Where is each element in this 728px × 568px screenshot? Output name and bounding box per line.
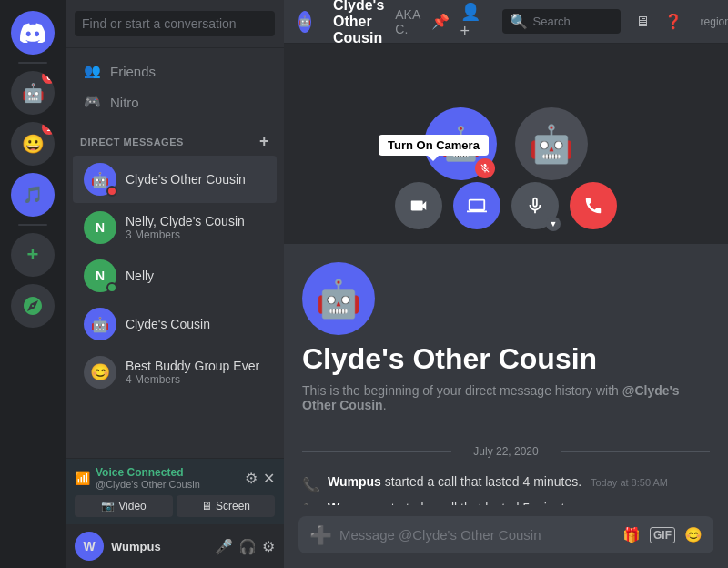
dm-item-nelly[interactable]: N Nelly	[73, 252, 277, 299]
dm-info-clyde-other: Clyde's Other Cousin	[126, 172, 246, 187]
headphones-icon[interactable]: 🎧	[238, 538, 257, 555]
friends-label: Friends	[110, 64, 156, 79]
message-text-0: Wumpus started a call that lasted 4 minu…	[328, 474, 668, 489]
participant-confused: 🤖	[515, 107, 588, 180]
dm-name-best-buddy: Best Buddy Group Ever	[126, 359, 259, 373]
main-content: 🤖 Clyde's Other Cousin AKA C. 📌 👤+ 🔍 🖥 ❓…	[284, 0, 728, 568]
dm-avatar-clyde-other: 🤖	[84, 163, 116, 196]
dm-info-nelly: Nelly	[126, 269, 154, 283]
notification-badge: 6	[42, 71, 55, 84]
status-dot-online	[106, 282, 117, 293]
message-input-area: ➕ 🎁 GIF 😊	[284, 505, 728, 568]
status-dot-dnd	[106, 186, 117, 197]
user-bar-actions: 🎤 🎧 ⚙	[215, 538, 275, 555]
friends-icon: 👥	[84, 63, 101, 79]
screen-button[interactable]: 🖥 Screen	[177, 495, 275, 517]
dm-sub-nelly-group: 3 Members	[126, 228, 245, 241]
add-attachment-button[interactable]: ➕	[309, 524, 332, 546]
dm-info-clydes-cousin: Clyde's Cousin	[126, 317, 210, 331]
dm-sub-best-buddy: 4 Members	[126, 373, 259, 386]
voice-status-text: Voice Connected	[96, 466, 200, 479]
server-divider	[18, 62, 47, 64]
dm-info-nelly-group: Nelly, Clyde's Cousin 3 Members	[126, 214, 245, 241]
gift-icon[interactable]: 🎁	[622, 526, 641, 543]
dm-name-clydes-cousin: Clyde's Cousin	[126, 317, 210, 331]
video-button[interactable]: 📷 Video	[75, 495, 173, 517]
header-channel-name: Clyde's Other Cousin	[333, 0, 384, 46]
settings-icon[interactable]: ⚙	[262, 538, 275, 555]
voice-user-text: @Clyde's Other Cousin	[96, 479, 200, 490]
voice-bar: 📶 Voice Connected @Clyde's Other Cousin …	[66, 458, 284, 524]
search-icon: 🔍	[510, 13, 528, 30]
turn-on-camera-tooltip: Turn On Camera	[379, 135, 489, 156]
add-server-button[interactable]: +	[11, 233, 55, 277]
dm-name-clyde-other: Clyde's Other Cousin	[126, 172, 246, 187]
chat-intro: 🤖 Clyde's Other Cousin This is the begin…	[302, 262, 710, 412]
dm-search-container	[66, 0, 284, 48]
voice-settings-icon[interactable]: ⚙	[245, 470, 258, 487]
nitro-icon: 🎮	[84, 94, 101, 110]
chat-intro-avatar: 🤖	[302, 262, 375, 335]
discord-icon[interactable]	[11, 11, 55, 55]
chat-message: 📞 Wumpus started a call that lasted 5 mi…	[302, 499, 710, 505]
voice-actions: 📷 Video 🖥 Screen	[75, 495, 275, 517]
microphone-icon[interactable]: 🎤	[215, 538, 233, 555]
message-input-box: ➕ 🎁 GIF 😊	[298, 516, 713, 553]
dm-nav: 👥 Friends 🎮 Nitro	[66, 48, 284, 125]
call-phone-icon: 📞	[302, 476, 320, 493]
dm-avatar-nelly-group: N	[84, 211, 116, 244]
participant-avatar-robot: 🤖 Turn On Camera	[424, 107, 497, 180]
chat-header: 🤖 Clyde's Other Cousin AKA C. 📌 👤+ 🔍 🖥 ❓…	[284, 0, 728, 44]
pin-icon: 📌	[431, 13, 450, 30]
server-app3[interactable]: 🎵	[11, 173, 55, 217]
server-app2[interactable]: 😀 1	[11, 122, 55, 166]
dm-info-best-buddy: Best Buddy Group Ever 4 Members	[126, 359, 259, 386]
dm-section-header: Direct Messages +	[66, 125, 284, 155]
call-controls: ▼	[395, 182, 617, 229]
user-bar: W Wumpus 🎤 🎧 ⚙	[66, 524, 284, 568]
chat-date-divider: July 22, 2020	[302, 445, 710, 458]
dm-avatar-best-buddy: 😊	[84, 356, 116, 389]
call-area: 🤖 Turn On Camera 🤖	[284, 44, 728, 244]
screen-share-button[interactable]	[453, 182, 500, 229]
nitro-label: Nitro	[110, 95, 139, 110]
chat-message: 📞 Wumpus started a call that lasted 4 mi…	[302, 472, 710, 495]
voice-status: 📶 Voice Connected @Clyde's Other Cousin …	[75, 466, 275, 490]
gif-icon[interactable]: GIF	[650, 527, 675, 543]
input-icons: 🎁 GIF 😊	[622, 526, 703, 543]
dm-item-best-buddy[interactable]: 😊 Best Buddy Group Ever 4 Members	[73, 349, 277, 396]
friends-nav-item[interactable]: 👥 Friends	[73, 56, 277, 86]
chat-area: 🤖 Clyde's Other Cousin This is the begin…	[284, 244, 728, 505]
monitor-icon[interactable]: 🖥	[635, 14, 650, 30]
mic-off-badge	[475, 158, 495, 178]
voice-leave-icon[interactable]: ✕	[263, 470, 275, 487]
participant-avatar-confused: 🤖	[515, 107, 588, 180]
header-icons: 🔍 🖥 ❓	[502, 9, 682, 34]
mic-chevron-icon[interactable]: ▼	[546, 217, 561, 231]
emoji-icon[interactable]: 😊	[684, 526, 703, 543]
dm-avatar-nelly: N	[84, 259, 116, 292]
discover-button[interactable]	[11, 284, 55, 328]
mute-button[interactable]: ▼	[511, 182, 559, 229]
add-dm-button[interactable]: +	[259, 132, 269, 151]
server-app1[interactable]: 🤖 6	[11, 71, 55, 115]
video-icon: 📷	[101, 500, 115, 512]
end-call-button[interactable]	[570, 182, 617, 229]
nitro-nav-item[interactable]: 🎮 Nitro	[73, 86, 277, 117]
dm-sidebar: 👥 Friends 🎮 Nitro Direct Messages + 🤖 Cl…	[66, 0, 284, 568]
dm-avatar-clydes-cousin: 🤖	[84, 308, 116, 340]
message-input[interactable]	[339, 516, 615, 553]
user-avatar: W	[75, 532, 104, 561]
user-name: Wumpus	[111, 540, 207, 553]
help-icon[interactable]: ❓	[664, 13, 682, 30]
participant-robot: 🤖 Turn On Camera	[424, 107, 497, 180]
dm-item-nelly-group[interactable]: N Nelly, Clyde's Cousin 3 Members	[73, 204, 277, 251]
add-friend-icon[interactable]: 👤+	[460, 2, 480, 41]
dm-list: 🤖 Clyde's Other Cousin N Nelly, Clyde's …	[66, 155, 284, 458]
header-search-input[interactable]	[533, 15, 613, 28]
dm-item-clydes-cousin[interactable]: 🤖 Clyde's Cousin	[73, 300, 277, 348]
dm-item-clyde-other[interactable]: 🤖 Clyde's Other Cousin	[73, 156, 277, 203]
search-input[interactable]	[75, 11, 275, 36]
call-participants: 🤖 Turn On Camera 🤖	[424, 107, 588, 180]
camera-button[interactable]	[395, 182, 442, 229]
